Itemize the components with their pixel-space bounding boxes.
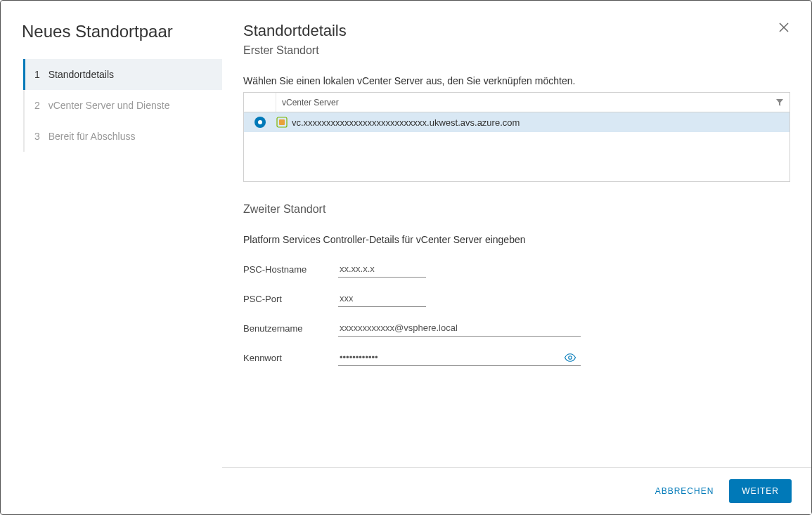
svg-point-4 <box>569 356 572 360</box>
wizard-main: Standortdetails Erster Standort Wählen S… <box>222 1 811 514</box>
table-header-row: vCenter Server <box>244 93 790 112</box>
wizard-step-3[interactable]: 3 Bereit für Abschluss <box>25 121 222 152</box>
password-input[interactable] <box>338 349 581 366</box>
wizard-step-1[interactable]: 1 Standortdetails <box>23 59 222 90</box>
step-label: vCenter Server und Dienste <box>49 100 170 111</box>
form-row-username: Benutzername <box>243 320 790 337</box>
section2-subtitle: Zweiter Standort <box>243 203 790 216</box>
vcenter-icon <box>276 117 288 128</box>
username-input[interactable] <box>338 320 581 337</box>
main-header: Standortdetails Erster Standort <box>243 22 790 75</box>
psc-host-label: PSC-Hostname <box>243 264 338 275</box>
show-password-icon[interactable] <box>564 351 576 364</box>
vcenter-table: vCenter Server <box>243 92 790 182</box>
next-button[interactable]: WEITER <box>729 479 792 503</box>
psc-host-input[interactable] <box>338 261 426 278</box>
wizard-steps: 1 Standortdetails 2 vCenter Server und D… <box>23 59 222 152</box>
form-row-password: Kennwort <box>243 349 790 366</box>
close-button[interactable] <box>778 22 790 34</box>
step-number: 2 <box>34 100 40 111</box>
wizard-sidebar: Neues Standortpaar 1 Standortdetails 2 v… <box>1 1 222 514</box>
form-row-psc-host: PSC-Hostname <box>243 261 790 278</box>
table-row[interactable]: vc.xxxxxxxxxxxxxxxxxxxxxxxxxxx.ukwest.av… <box>244 112 790 132</box>
radio-selected-icon[interactable] <box>254 117 266 128</box>
radio-column-header <box>244 93 276 112</box>
step-number: 3 <box>34 131 40 142</box>
radio-cell[interactable] <box>244 117 276 128</box>
svg-rect-3 <box>279 119 285 125</box>
form-row-psc-port: PSC-Port <box>243 290 790 307</box>
column-label: vCenter Server <box>282 98 339 107</box>
cancel-button[interactable]: ABBRECHEN <box>652 479 717 503</box>
wizard-step-2[interactable]: 2 vCenter Server und Dienste <box>25 90 222 121</box>
content-area: Wählen Sie einen lokalen vCenter Server … <box>243 75 790 514</box>
wizard-dialog: Neues Standortpaar 1 Standortdetails 2 v… <box>0 0 812 515</box>
username-label: Benutzername <box>243 323 338 334</box>
password-label: Kennwort <box>243 353 338 363</box>
vcenter-cell: vc.xxxxxxxxxxxxxxxxxxxxxxxxxxx.ukwest.av… <box>276 117 790 128</box>
close-icon <box>778 22 790 36</box>
section2-instruction: Platform Services Controller-Details für… <box>243 234 790 245</box>
section1-subtitle: Erster Standort <box>243 44 347 57</box>
wizard-title: Neues Standortpaar <box>1 22 222 59</box>
step-number: 1 <box>34 69 40 80</box>
psc-port-input[interactable] <box>338 290 426 307</box>
filter-icon[interactable] <box>775 98 784 107</box>
vcenter-column-header[interactable]: vCenter Server <box>276 98 790 107</box>
vcenter-hostname: vc.xxxxxxxxxxxxxxxxxxxxxxxxxxx.ukwest.av… <box>292 117 520 128</box>
step-label: Bereit für Abschluss <box>49 131 136 142</box>
psc-port-label: PSC-Port <box>243 294 338 304</box>
page-title: Standortdetails <box>243 22 347 40</box>
section1-instruction: Wählen Sie einen lokalen vCenter Server … <box>243 75 790 86</box>
wizard-footer: ABBRECHEN WEITER <box>222 467 811 514</box>
step-label: Standortdetails <box>49 69 114 80</box>
